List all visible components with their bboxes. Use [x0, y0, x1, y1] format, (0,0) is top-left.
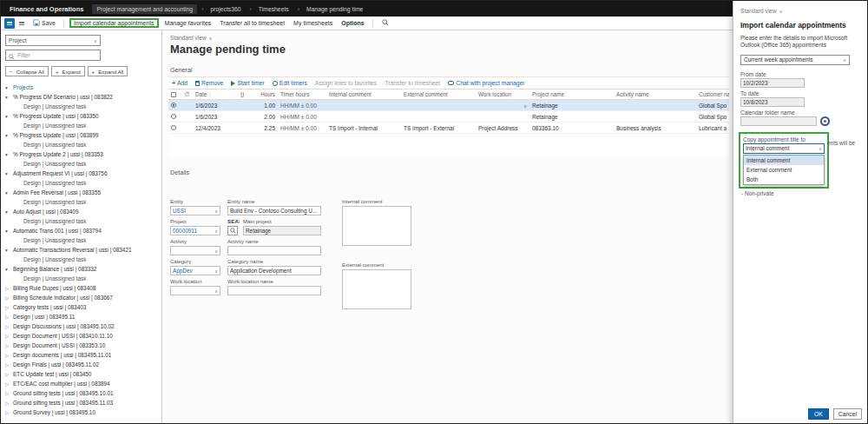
tree-item[interactable]: Design Discussions | ussi | 083495.10.02 [5, 321, 157, 331]
external-comment-cell[interactable] [401, 111, 476, 122]
tree-toggle-icon[interactable] [5, 85, 13, 90]
entity-input[interactable]: USSI [170, 206, 220, 215]
toolbar-item[interactable]: Remove [195, 80, 223, 86]
customer-name-cell[interactable]: Lubricant a [696, 123, 729, 133]
date-cell[interactable]: 12/4/2023 [193, 123, 236, 133]
tree-toggle-icon[interactable] [5, 305, 13, 310]
tree-item[interactable]: Automatic Trans 001 | ussi | 083794 [5, 226, 157, 235]
expand-button[interactable]: Expand [51, 66, 85, 76]
row-select-radio[interactable] [171, 103, 176, 108]
internal-comment-textarea[interactable] [342, 206, 411, 246]
tree-item[interactable]: Design documents | ussi | 083495.11.01 [5, 350, 157, 360]
section-details-header[interactable]: Details [170, 169, 734, 176]
toolbar-item[interactable]: Start timer [231, 80, 264, 86]
actionbar-item[interactable]: Import calendar appointments [69, 18, 159, 28]
grid-row[interactable]: 1/6/2023 2.00 HH/MM ± 0.00 Retainage Glo… [168, 111, 729, 123]
project-name-cell[interactable]: Retainage [529, 100, 614, 110]
tree-toggle-icon[interactable] [5, 209, 13, 215]
project-search-button[interactable] [227, 226, 238, 235]
column-internal-comment[interactable]: Internal comment [326, 89, 401, 99]
expand-all-button[interactable]: Expand All [88, 66, 128, 76]
activity-name-cell[interactable] [614, 111, 696, 122]
date-cell[interactable]: 1/6/2023 [193, 111, 236, 122]
breadcrumb-item[interactable]: Manage pending time [293, 4, 368, 14]
calendar-folder-input[interactable] [740, 116, 817, 126]
actionbar-item[interactable]: My timesheets [289, 19, 337, 27]
work-location-input[interactable] [170, 286, 220, 295]
tree-item[interactable]: % Progress Update | ussi | 083350 [5, 111, 157, 121]
calendar-sync-icon[interactable] [820, 116, 830, 126]
column-project-name[interactable]: Project name [529, 89, 614, 99]
toolbar-item[interactable]: Edit timers [273, 80, 307, 86]
tree-child-item[interactable]: Design | Unassigned task [5, 178, 157, 188]
internal-comment-cell[interactable] [326, 111, 401, 122]
appointment-period-select[interactable]: Current week appointments [740, 55, 850, 65]
grid-row[interactable]: 1/6/2023 1.00 HH/MM ± 0.00 Retainage Glo… [168, 100, 729, 111]
tree-item[interactable]: Automatic Transactions Reversal | ussi |… [5, 245, 157, 255]
tree-toggle-icon[interactable] [5, 114, 13, 119]
select-all-checkbox[interactable] [168, 89, 181, 99]
tree-toggle-icon[interactable] [5, 372, 13, 377]
actionbar-item[interactable]: Transfer all to timesheet [215, 19, 289, 27]
navbar-toggle-button[interactable] [16, 18, 27, 29]
dropdown-option[interactable]: Internal comment [744, 156, 824, 165]
entity-name-input[interactable]: Build Env - Contoso Consulting U... [227, 206, 321, 215]
tree-item[interactable]: Admin Fee Reversal | ussi | 083355 [5, 188, 157, 197]
refresh-icon[interactable] [181, 89, 193, 99]
tree-item[interactable]: Ground silting tests | ussi | 083495.10.… [5, 388, 157, 398]
hours-cell[interactable]: 2.25 [248, 123, 278, 133]
project-name-cell[interactable]: Retainage [529, 111, 614, 122]
external-comment-cell[interactable]: TS Import - External [401, 123, 476, 133]
search-button[interactable] [378, 19, 392, 27]
column-date[interactable]: Date [193, 89, 236, 99]
column-work-location[interactable]: Work location [476, 89, 529, 99]
attachment-column-icon[interactable] [236, 89, 248, 99]
tree-root[interactable]: Projects [5, 83, 157, 92]
breadcrumb-item[interactable]: Timesheets [246, 4, 293, 14]
dropdown-option[interactable]: Both [744, 175, 824, 184]
tree-item[interactable]: ETC Update test | ussi | 083450 [5, 369, 157, 379]
tree-toggle-icon[interactable] [5, 391, 13, 396]
actionbar-item[interactable]: Options [337, 19, 368, 27]
timer-hours-cell[interactable]: HH/MM ± 0.00 [278, 123, 326, 133]
tree-toggle-icon[interactable] [5, 95, 13, 100]
tree-item[interactable]: % Progress Update 2 | ussi | 083353 [5, 149, 157, 159]
toolbar-item[interactable]: Add [172, 80, 187, 86]
tree-item[interactable]: Design Document | USSI | 083353.10 [5, 341, 157, 350]
timer-hours-cell[interactable]: HH/MM ± 0.00 [278, 100, 326, 110]
view-selector[interactable]: Standard view [163, 30, 734, 41]
tree-item[interactable]: % Progress Update | ussi | 083899 [5, 130, 157, 140]
tree-child-item[interactable]: Design | Unassigned task [5, 235, 157, 245]
activity-name-input[interactable] [227, 246, 321, 255]
tree-toggle-icon[interactable] [5, 171, 13, 176]
activity-name-cell[interactable]: Business analysis [614, 123, 696, 133]
tree-child-item[interactable]: Design | Unassigned task [5, 140, 157, 149]
copy-title-combobox[interactable]: Internal comment [743, 143, 825, 154]
actionbar-item[interactable]: Manage favorites [161, 19, 216, 27]
tree-item[interactable]: Adjustment Request VI | ussi | 083756 [5, 169, 157, 178]
tree-child-item[interactable]: Design | Unassigned task [5, 102, 157, 111]
dropdown-option[interactable]: External comment [744, 165, 824, 175]
tree-item[interactable]: Design Document | USSI | 083410.11.10 [5, 331, 157, 341]
filter-input[interactable] [17, 52, 87, 58]
app-title[interactable]: Finance and Operations [1, 5, 92, 13]
tree-item[interactable]: Ground Survey | ussi | 083495.10 [5, 407, 157, 417]
tree-toggle-icon[interactable] [5, 353, 13, 358]
row-select-radio[interactable] [171, 114, 176, 119]
tree-toggle-icon[interactable] [5, 229, 13, 234]
ok-button[interactable]: OK [808, 408, 829, 420]
activity-input[interactable] [170, 246, 220, 255]
tree-toggle-icon[interactable] [5, 324, 13, 329]
tree-item[interactable]: Beginning Balance | ussi | 083332 [5, 264, 157, 274]
column-hours[interactable]: Hours [248, 89, 278, 99]
tree-item[interactable]: Category tests | ussi | 083403 [5, 302, 157, 312]
tree-child-item[interactable]: Design | Unassigned task [5, 216, 157, 226]
tree-toggle-icon[interactable] [5, 190, 13, 195]
tree-item[interactable]: Design | ussi | 083495.11 [5, 312, 157, 321]
external-comment-textarea[interactable] [342, 269, 411, 309]
internal-comment-cell[interactable]: TS Import - Internal [326, 123, 401, 133]
toolbar-item[interactable]: Transfer to timesheet [385, 80, 440, 86]
tree-item[interactable]: Ground silting tests | ussi | 083495.11.… [5, 398, 157, 407]
tree-child-item[interactable]: Design | Unassigned task [5, 197, 157, 207]
category-input[interactable]: AppDev [170, 266, 220, 275]
